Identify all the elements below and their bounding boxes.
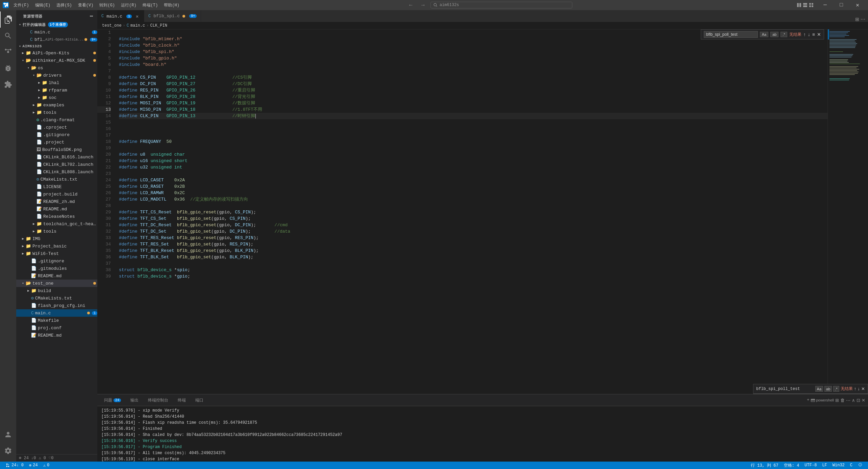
terminal-split[interactable]: ⊞ (835, 398, 839, 403)
menu-file[interactable]: 文件(F) (11, 2, 32, 9)
find-prev[interactable]: ↑ (803, 32, 806, 37)
open-editors-header[interactable]: ▾ 打开的编辑器 1个未保存 (16, 21, 97, 28)
file-project[interactable]: ▶ 📄 .project (16, 138, 97, 146)
folder-img[interactable]: ▶ 📁 IMG (16, 235, 97, 242)
activity-git[interactable] (0, 44, 16, 60)
file-proj-conf[interactable]: ▶ 📄 proj.conf (16, 324, 97, 332)
explorer-header[interactable]: ▾ AIM6132S (16, 43, 97, 49)
file-cmakelists-test[interactable]: ▶ ⚙ CMakeLists.txt (16, 294, 97, 302)
file-cmakelists[interactable]: ▶ ⚙ CMakeLists.txt (16, 176, 97, 183)
second-find-match-case[interactable]: Aa (815, 386, 823, 392)
tab-main-c-close[interactable]: ✕ (134, 14, 140, 19)
sidebar-errors[interactable]: ⊗ 24 ↓0 (19, 455, 36, 461)
file-cklink-bl616[interactable]: ▶ 📄 CKLink_BL616.launch (16, 153, 97, 161)
status-spaces[interactable]: 空格: 4 (781, 462, 802, 469)
activity-debug[interactable] (0, 60, 16, 76)
file-readme[interactable]: ▶ 📝 README.md (16, 205, 97, 213)
find-match-case[interactable]: Aa (760, 32, 768, 37)
file-bouffalo-sdk-png[interactable]: ▶ 🖼 BouffaloSDK.png (16, 146, 97, 153)
breadcrumb-main-c[interactable]: main.c (130, 23, 145, 28)
file-gitignore-root[interactable]: ▶ 📄 .gitignore (16, 257, 97, 265)
nav-back-button[interactable]: ← (406, 1, 416, 9)
file-cproject[interactable]: ▶ 📄 .cproject (16, 124, 97, 131)
status-warnings[interactable]: ⚠ 0 (41, 462, 52, 469)
find-close[interactable]: ✕ (817, 32, 821, 37)
status-notifications[interactable] (855, 462, 865, 469)
folder-aithinker[interactable]: ▾ 📂 aithinker_Ai-M6X_SDK (16, 57, 97, 64)
maximize-button[interactable]: □ (834, 0, 849, 10)
breadcrumb-test-one[interactable]: test_one (102, 23, 122, 28)
folder-aipi-open-kits[interactable]: ▶ 📁 AiPi-Open-Kits (16, 49, 97, 57)
folder-project-basic[interactable]: ▶ 📁 Project_basic (16, 242, 97, 250)
split-editor-button[interactable]: ⊞ (855, 17, 859, 22)
terminal-more[interactable]: ⋯ (846, 398, 850, 403)
menu-bar[interactable]: 文件(F) 编辑(E) 选择(S) 查看(V) 转到(G) 运行(R) 终端(T… (11, 2, 182, 9)
more-actions-button[interactable]: ⋯ (861, 17, 865, 22)
file-gitignore[interactable]: ▶ 📄 .gitignore (16, 131, 97, 138)
second-find-prev[interactable]: ↑ (854, 386, 857, 392)
file-flash-prog[interactable]: ▶ 📄 flash_prog_cfg.ini (16, 302, 97, 309)
terminal-trash[interactable]: 🗑 (840, 398, 845, 403)
folder-os[interactable]: ▾ 📂 os (16, 64, 97, 72)
breadcrumb-clk-pin[interactable]: CLK_PIN (150, 23, 167, 28)
terminal-content[interactable]: [15:19:55.976] - xip mode Verify [15:19:… (97, 406, 868, 462)
second-find-close[interactable]: ✕ (861, 386, 865, 392)
file-makefile[interactable]: ▶ 📄 Makefile (16, 317, 97, 324)
activity-extensions[interactable] (0, 76, 16, 93)
terminal-close[interactable]: ✕ (862, 398, 865, 403)
sidebar-more-button[interactable]: ⋯ (90, 13, 93, 20)
terminal-tab-debug-console[interactable]: 终端控制台 (144, 396, 172, 405)
find-whole-word[interactable]: ab (770, 32, 778, 37)
folder-toolchain[interactable]: ▶ 📁 toolchain_gcc_t-head_windows (16, 220, 97, 228)
folder-tools-root[interactable]: ▶ 📁 tools (16, 228, 97, 235)
file-readme-test[interactable]: ▶ 📝 README.md (16, 332, 97, 339)
activity-settings[interactable] (0, 443, 16, 459)
terminal-tab-terminal[interactable]: 终端 (174, 396, 190, 405)
folder-wifi6-test[interactable]: ▶ 📁 WiFi6-Test (16, 250, 97, 257)
status-errors[interactable]: ⊗ 24 (26, 462, 41, 469)
status-git-branch[interactable]: 24↓ 0 (3, 462, 26, 469)
file-license[interactable]: ▶ 📄 LICENSE (16, 183, 97, 190)
file-cklink-bl702[interactable]: ▶ 📄 CKLink_BL702.launch (16, 161, 97, 168)
folder-examples[interactable]: ▶ 📁 examples (16, 101, 97, 109)
status-platform[interactable]: Win32 (830, 462, 847, 469)
minimap[interactable] (827, 29, 868, 394)
close-button[interactable]: ✕ (850, 0, 865, 10)
global-search-bar[interactable]: aim6132s (430, 2, 572, 8)
status-eol[interactable]: LF (819, 462, 829, 469)
activity-files[interactable] (0, 11, 16, 28)
menu-view[interactable]: 查看(V) (75, 2, 96, 9)
code-content[interactable]: #include "bflb_mtimer.h" #include "bflb_… (114, 29, 827, 394)
second-find-regex[interactable]: .* (833, 386, 839, 392)
folder-tools-sdk[interactable]: ▶ 📁 tools (16, 109, 97, 116)
tab-main-c[interactable]: C main.c 1 ✕ (97, 10, 144, 22)
file-releasenotes[interactable]: ▶ 📄 ReleaseNotes (16, 213, 97, 220)
second-find-word[interactable]: ab (824, 386, 832, 392)
activity-account[interactable] (0, 426, 16, 443)
folder-soc[interactable]: ▶ 📁 soc (16, 94, 97, 101)
menu-goto[interactable]: 转到(G) (97, 2, 118, 9)
new-terminal-button[interactable]: powershell (811, 398, 834, 402)
file-clang-format[interactable]: ▶ ⚙ .clang-format (16, 116, 97, 124)
window-controls[interactable]: ─ □ ✕ (796, 0, 865, 10)
menu-help[interactable]: 帮助(H) (161, 2, 182, 9)
tab-bflb-spi[interactable]: C bflb_spi.c 9+ (144, 10, 201, 22)
find-input[interactable] (704, 31, 758, 38)
folder-rfparam[interactable]: ▶ 📁 rfparam (16, 86, 97, 94)
folder-lhal[interactable]: ▶ 📁 lhal (16, 79, 97, 86)
file-readme-root[interactable]: ▶ 📝 README.md (16, 272, 97, 280)
menu-select[interactable]: 选择(S) (54, 2, 75, 9)
file-main-c[interactable]: ▶ C main.c 1 (16, 309, 97, 317)
second-find-next[interactable]: ↓ (858, 386, 860, 392)
status-line-col[interactable]: 行 13, 列 67 (748, 462, 781, 469)
terminal-tab-problems[interactable]: 问题 24 (100, 396, 125, 405)
terminal-maximize[interactable]: ⊡ (857, 398, 860, 403)
folder-build[interactable]: ▶ 📁 build (16, 287, 97, 294)
terminal-collapse[interactable]: ∧ (852, 398, 855, 403)
sidebar-warnings[interactable]: ⚠ 0 (39, 455, 46, 461)
menu-run[interactable]: 运行(R) (118, 2, 139, 9)
file-gitmodules[interactable]: ▶ 📄 .gitmodules (16, 265, 97, 272)
folder-test-one[interactable]: ▾ 📂 test_one (16, 280, 97, 287)
find-expand[interactable]: ≡ (812, 32, 815, 37)
file-cklink-bl808[interactable]: ▶ 📄 CKLink_BL808.launch (16, 168, 97, 176)
